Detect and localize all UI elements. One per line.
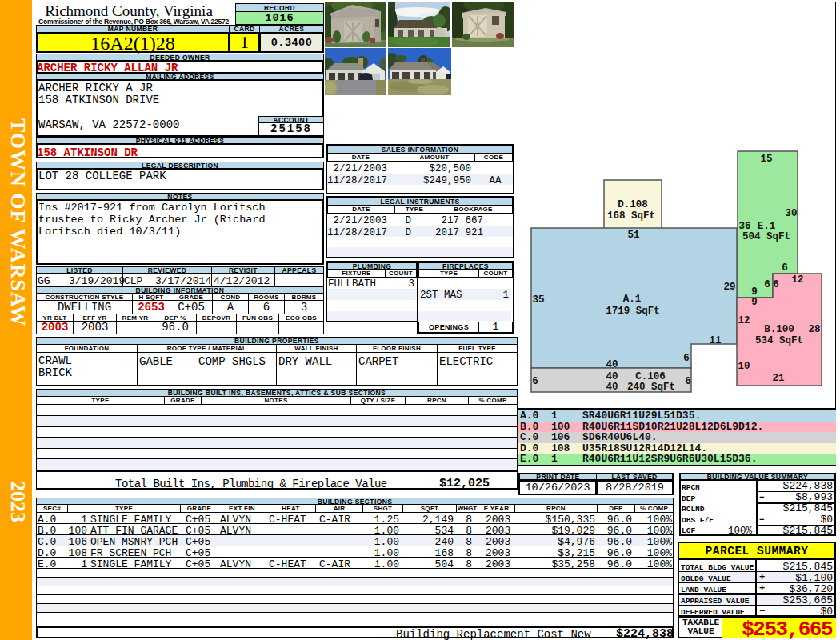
svg-text:40: 40 xyxy=(606,371,618,382)
svg-text:534 SqFt: 534 SqFt xyxy=(755,335,803,346)
svg-text:E.1: E.1 xyxy=(758,221,776,232)
svg-text:9: 9 xyxy=(751,286,758,298)
svg-text:168 SqFt: 168 SqFt xyxy=(607,210,655,222)
svg-text:1719 SqFt: 1719 SqFt xyxy=(606,306,660,317)
svg-text:35: 35 xyxy=(532,294,544,306)
svg-text:6: 6 xyxy=(782,262,788,274)
svg-text:B.100: B.100 xyxy=(764,324,794,335)
svg-text:10: 10 xyxy=(738,361,750,372)
svg-text:12: 12 xyxy=(791,274,803,286)
svg-text:6: 6 xyxy=(773,279,779,290)
svg-text:30: 30 xyxy=(785,208,797,219)
svg-text:240 SqFt: 240 SqFt xyxy=(627,382,675,393)
svg-text:D.108: D.108 xyxy=(618,199,648,210)
svg-text:9: 9 xyxy=(751,297,758,308)
svg-text:12: 12 xyxy=(738,315,750,326)
svg-text:6: 6 xyxy=(685,376,691,387)
svg-text:6: 6 xyxy=(532,376,538,387)
svg-text:6: 6 xyxy=(764,279,770,290)
svg-text:40: 40 xyxy=(606,382,618,393)
svg-text:21: 21 xyxy=(772,373,784,384)
svg-text:51: 51 xyxy=(627,230,639,241)
svg-text:6: 6 xyxy=(683,353,690,364)
svg-text:40: 40 xyxy=(606,359,618,370)
svg-text:36: 36 xyxy=(738,221,750,232)
svg-text:A.1: A.1 xyxy=(623,294,642,305)
svg-text:29: 29 xyxy=(723,282,735,293)
svg-text:15: 15 xyxy=(760,154,772,165)
svg-text:28: 28 xyxy=(808,324,820,335)
svg-text:C.106: C.106 xyxy=(635,371,666,382)
svg-text:11: 11 xyxy=(709,335,721,346)
svg-text:504 SqFt: 504 SqFt xyxy=(742,231,790,242)
